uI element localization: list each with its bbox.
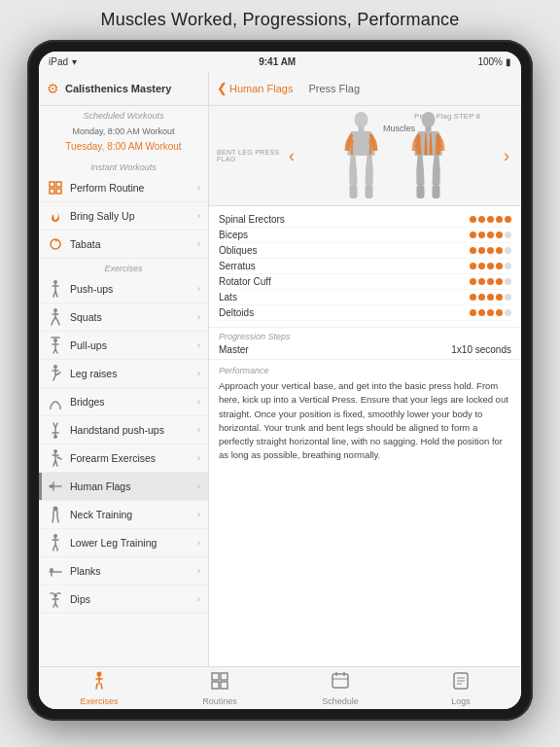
sidebar-item-push-ups[interactable]: Push-ups ›	[39, 275, 208, 303]
tab-schedule[interactable]: Schedule	[280, 667, 401, 709]
back-button[interactable]: ❮ Human Flags	[217, 81, 293, 95]
muscle-name-deltoids: Deltoids	[219, 307, 254, 318]
neck-icon	[47, 506, 64, 523]
detail-panel: BENT LEG PRESS FLAG ‹ Press Flag STEP 8 …	[209, 106, 521, 666]
tabata-label: Tabata	[70, 238, 192, 250]
dot	[487, 309, 494, 316]
dot-empty	[505, 309, 511, 316]
sidebar-item-dips[interactable]: Dips ›	[39, 586, 208, 614]
svg-point-22	[421, 112, 435, 127]
dot	[496, 216, 503, 223]
sidebar-item-squats[interactable]: Squats ›	[39, 303, 208, 332]
battery-icon: ▮	[506, 56, 511, 67]
dot	[478, 231, 485, 238]
dot	[470, 294, 476, 301]
planks-icon	[47, 562, 64, 580]
dot	[470, 309, 476, 316]
body-figure-front	[334, 112, 398, 199]
sidebar-item-human-flags[interactable]: Human Flags ›	[39, 473, 208, 501]
lower-leg-label: Lower Leg Training	[70, 537, 192, 549]
chevron-right-icon: ›	[197, 284, 200, 294]
progression-label: Master	[219, 344, 249, 355]
bridges-icon	[47, 393, 64, 410]
sidebar-item-lower-leg[interactable]: Lower Leg Training ›	[39, 529, 208, 557]
tab-logs[interactable]: Logs	[401, 667, 521, 709]
status-bar: iPad ▾ 9:41 AM 100% ▮	[39, 52, 521, 71]
tab-exercises[interactable]: Exercises	[39, 667, 159, 709]
battery-label: 100%	[477, 56, 503, 67]
dot	[470, 263, 476, 269]
dot-empty	[505, 263, 511, 269]
dips-icon	[47, 590, 64, 608]
muscle-name-obliques: Obliques	[219, 245, 257, 256]
sidebar-item-tabata[interactable]: Tabata ›	[39, 231, 208, 259]
tab-bar: Exercises Routines Schedule	[39, 666, 521, 709]
muscle-dots-lats	[470, 294, 511, 301]
sidebar-item-bridges[interactable]: Bridges ›	[39, 388, 208, 416]
dot-empty	[505, 231, 511, 238]
schedule-tab-icon	[331, 671, 350, 694]
bring-sally-up-label: Bring Sally Up	[70, 210, 192, 222]
sidebar-item-planks[interactable]: Planks ›	[39, 557, 208, 586]
sidebar-item-pull-ups[interactable]: Pull-ups ›	[39, 332, 208, 360]
gear-icon[interactable]: ⚙	[47, 81, 59, 96]
chevron-right-icon: ›	[197, 566, 200, 576]
device-frame: iPad ▾ 9:41 AM 100% ▮ ⚙ Calisthenics Mas…	[27, 40, 533, 721]
leg-raises-icon	[47, 365, 64, 382]
dot	[505, 216, 511, 223]
back-label: Human Flags	[229, 83, 293, 94]
muscle-row-lats: Lats	[219, 290, 511, 305]
dot	[470, 216, 476, 223]
next-arrow-button[interactable]: ›	[500, 146, 513, 166]
pull-ups-icon	[47, 337, 64, 354]
schedule-link[interactable]: Tuesday, 8:00 AM Workout	[65, 141, 181, 152]
dot	[496, 309, 503, 316]
dips-label: Dips	[70, 593, 192, 605]
exercises-tab-icon	[89, 671, 109, 694]
muscle-name-biceps: Biceps	[219, 230, 248, 240]
dot-empty	[505, 247, 511, 254]
sidebar-item-bring-sally-up[interactable]: Bring Sally Up ›	[39, 202, 208, 231]
muscle-dots-serratus	[470, 263, 511, 269]
dot	[487, 247, 494, 254]
sidebar-item-leg-raises[interactable]: Leg raises ›	[39, 360, 208, 388]
sidebar-item-handstand-pushups[interactable]: Handstand push-ups ›	[39, 416, 208, 445]
muscle-name-spinal: Spinal Erectors	[219, 214, 285, 225]
instant-section-title: Instant Workouts	[39, 158, 208, 174]
sidebar-item-forearm-exercises[interactable]: Forearm Exercises ›	[39, 445, 208, 473]
chevron-left-icon: ❮	[217, 81, 228, 95]
circle-arrow-icon	[47, 235, 64, 253]
main-content: Scheduled Workouts Monday, 8:00 AM Worko…	[39, 106, 521, 666]
muscle-section: Spinal Erectors Biceps	[209, 206, 521, 327]
current-title: Press Flag	[308, 83, 360, 94]
svg-rect-0	[50, 182, 54, 187]
svg-rect-29	[212, 682, 219, 689]
chevron-right-icon: ›	[197, 481, 200, 491]
dot	[496, 247, 503, 254]
progression-section: Progression Steps Master 1x10 seconds	[209, 327, 521, 359]
prev-arrow-button[interactable]: ‹	[285, 146, 298, 166]
exercises-tab-label: Exercises	[80, 696, 118, 706]
exercises-section-title: Exercises	[39, 259, 208, 275]
chevron-right-icon: ›	[197, 538, 200, 548]
push-ups-label: Push-ups	[70, 283, 192, 295]
device-label: iPad	[49, 56, 68, 67]
chevron-right-icon: ›	[197, 397, 200, 407]
sidebar-item-neck-training[interactable]: Neck Training ›	[39, 501, 208, 529]
muscle-figures: Press Flag STEP 8 Muscles	[298, 112, 500, 199]
svg-rect-23	[425, 126, 431, 131]
dot	[496, 278, 503, 285]
dot	[487, 216, 494, 223]
chevron-right-icon: ›	[197, 594, 200, 604]
muscle-name-lats: Lats	[219, 292, 237, 302]
perform-routine-label: Perform Routine	[70, 182, 192, 194]
dot	[470, 231, 476, 238]
chevron-right-icon: ›	[197, 453, 200, 463]
dot	[487, 263, 494, 269]
chevron-right-icon: ›	[197, 369, 200, 378]
sidebar-item-perform-routine[interactable]: Perform Routine ›	[39, 174, 208, 202]
schedule-day: Monday, 8:00 AM Workout	[47, 126, 200, 136]
tab-routines[interactable]: Routines	[159, 667, 280, 709]
chevron-right-icon: ›	[197, 211, 200, 221]
squats-icon	[47, 308, 64, 326]
